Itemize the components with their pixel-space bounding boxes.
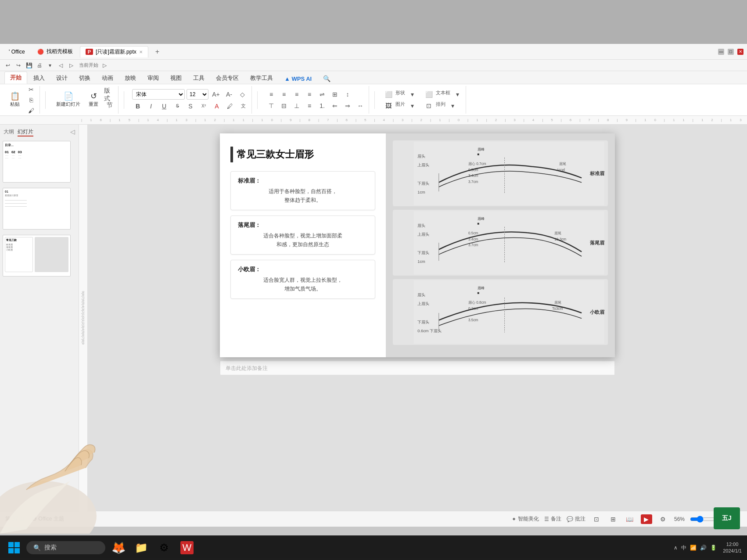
tray-up-arrow[interactable]: ∧ [674,545,678,551]
view-grid-btn[interactable]: ⊞ [607,514,619,524]
slide-thumb-1[interactable]: 目录... 01 ·········· 02 ·········· 03 ··· [2,140,77,184]
save-button[interactable]: 💾 [25,61,33,70]
qa-prev[interactable]: ◁ [56,61,65,70]
redo-button[interactable]: ↪ [14,61,23,70]
tab-member[interactable]: 会员专区 [211,72,244,84]
text-effect-button[interactable]: 文 [237,101,249,111]
format-paint-button[interactable]: 🖌 [25,106,37,115]
font-shrink-button[interactable]: A- [223,90,235,99]
font-family-select[interactable]: 宋体 微软雅黑 [132,89,185,100]
copy-button[interactable]: ⎘ [25,95,37,105]
tray-volume-icon[interactable]: 🔊 [700,545,707,551]
arrange-dropdown[interactable]: ▾ [447,101,458,111]
align-mid-btn[interactable]: ⊟ [278,101,290,111]
spacing-btn[interactable]: ↔ [355,101,366,111]
font-color-button[interactable]: A [211,101,223,111]
taskbar-search[interactable]: 🔍 搜索 [26,541,105,554]
align-bot-btn[interactable]: ⊥ [291,101,302,111]
underline-button[interactable]: U [158,101,170,111]
align-left-btn[interactable]: ≡ [266,90,277,99]
cut-button[interactable]: ✂ [25,85,37,94]
strikethrough-button[interactable]: S̶ [172,101,183,111]
file-tab[interactable]: P [只读]霜眉新.pptx ✕ [80,46,148,57]
paste-button[interactable]: 📋 粘贴 [6,91,24,108]
maximize-button[interactable]: □ [728,49,734,55]
start-button[interactable] [5,539,23,556]
shape-btn[interactable]: ⬜ [383,90,394,99]
office-tab[interactable]: ' Office [4,47,30,57]
tab-transition[interactable]: 切换 [74,72,96,84]
view-normal-btn[interactable]: ⊡ [591,514,602,524]
clock[interactable]: 12:00 2024/1/1 [723,541,742,555]
tab-search[interactable]: 🔍 [318,73,336,84]
image-btn[interactable]: 🖼 [383,101,394,111]
layout-button[interactable]: 版式 [104,90,115,100]
slide-thumb-2[interactable]: 01 霜眉设计原理 —————————————————————————————— [2,187,77,231]
tab-design[interactable]: 设计 [51,72,73,84]
list-btn[interactable]: ≡ [304,101,315,111]
notes-btn[interactable]: ☰ 备注 [544,515,561,523]
textbox-dropdown[interactable]: ▾ [452,90,463,99]
tab-slideshow[interactable]: 放映 [119,72,141,84]
outline-tab[interactable]: 大纲 [4,128,14,136]
play-btn[interactable]: ▶ [641,514,652,524]
view-reader-btn[interactable]: 📖 [624,514,636,524]
notes-area[interactable]: 单击此处添加备注 [220,361,615,375]
line-spacing-btn[interactable]: ↕ [342,90,353,99]
tray-zh-icon[interactable]: 中 [681,544,686,552]
slide-thumb-3[interactable]: 常见三款 标准眉落尾眉小欧眉 [2,234,77,278]
minimize-button[interactable]: — [718,49,724,55]
highlight-button[interactable]: 🖊 [224,101,236,111]
font-size-select[interactable]: 12 14 18 24 [187,89,208,100]
add-tab-button[interactable]: + [150,46,165,57]
tab-insert[interactable]: 插入 [28,72,50,84]
taskbar-app-settings[interactable]: ⚙ [154,538,174,557]
tab-view[interactable]: 视图 [165,72,187,84]
numbered-btn[interactable]: 1. [316,101,328,111]
section-button[interactable]: 节 [104,101,115,110]
bold-button[interactable]: B [132,101,144,111]
qa-play[interactable]: ▷ [100,61,109,70]
taskbar-app-browser[interactable]: 🦊 [109,538,128,557]
settings-btn[interactable]: ⚙ [657,514,669,524]
text-dir-btn[interactable]: ⇌ [316,90,328,99]
tab-teaching[interactable]: 教学工具 [245,72,278,84]
textbox-btn[interactable]: ⬜ [423,90,435,99]
tab-animation[interactable]: 动画 [97,72,119,84]
superscript-button[interactable]: X² [198,101,209,111]
font-grow-button[interactable]: A+ [210,90,222,99]
smart-optimize-btn[interactable]: ✦ 智能美化 [512,515,539,523]
indent-inc-btn[interactable]: ⇒ [342,101,353,111]
col-btn[interactable]: ⊞ [329,90,341,99]
reset-button[interactable]: ↺ 重置 [85,91,102,108]
new-slide-button[interactable]: 📄 新建幻灯片 [54,91,83,108]
tab-close-button[interactable]: ✕ [139,50,143,54]
taskbar-app-wps[interactable]: W [177,538,197,557]
align-center-btn[interactable]: ≡ [278,90,290,99]
indent-dec-btn[interactable]: ⇐ [329,101,341,111]
print-button[interactable]: 🖨 [35,61,44,70]
align-justify-btn[interactable]: ≡ [304,90,315,99]
qa-dropdown[interactable]: ▾ [46,61,54,70]
canvas-area[interactable]: 常见三款女士眉形 标准眉： 适用于各种脸型，自然百搭，整体趋于柔和。 落尾眉： … [88,125,747,511]
tray-battery-icon[interactable]: 🔋 [710,545,717,551]
comments-btn[interactable]: 💬 批注 [567,515,585,523]
shadow-button[interactable]: S [185,101,196,111]
shape-dropdown[interactable]: ▾ [406,90,418,99]
clear-format-button[interactable]: ◇ [237,90,248,99]
tab-review[interactable]: 审阅 [142,72,164,84]
tab-wps-ai[interactable]: ▲ WPS AI [279,74,317,84]
qa-next[interactable]: ▷ [67,61,75,70]
tab-start[interactable]: 开始 [4,72,27,84]
arrange-btn[interactable]: ⊡ [423,101,435,111]
undo-button[interactable]: ↩ [4,61,12,70]
image-dropdown[interactable]: ▾ [406,101,418,111]
panel-collapse-btn[interactable]: ◁ [70,128,75,136]
tab-tools[interactable]: 工具 [188,72,210,84]
taskbar-app-files[interactable]: 📁 [132,538,151,557]
align-top-btn[interactable]: ⊤ [266,101,277,111]
slides-tab[interactable]: 幻灯片 [18,128,33,136]
close-button[interactable]: ✕ [737,49,743,55]
tray-network-icon[interactable]: 📶 [690,545,697,551]
find-template-tab[interactable]: 🔴 找稻壳模板 [32,46,78,57]
